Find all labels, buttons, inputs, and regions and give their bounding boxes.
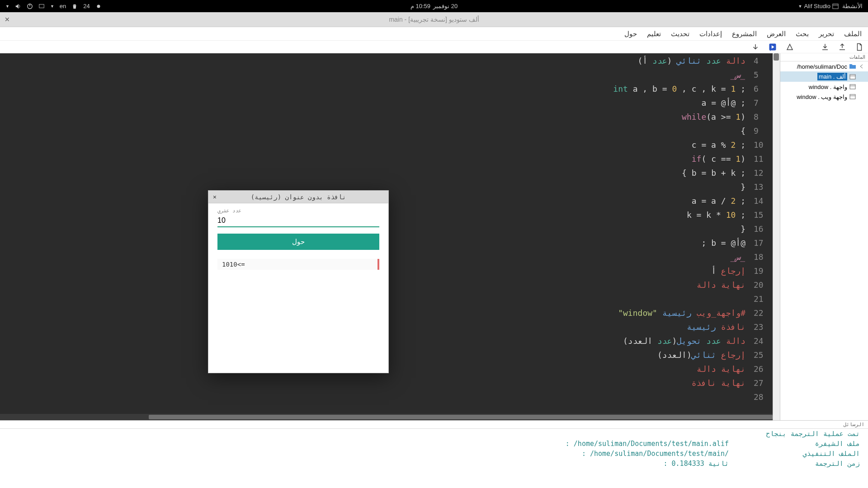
chevron-right-icon bbox=[858, 63, 865, 70]
message-row: زمن الترجمة: 0.184333 ثانية bbox=[0, 459, 868, 469]
window-file-icon bbox=[849, 83, 856, 90]
menu-file[interactable]: الملف bbox=[844, 30, 862, 38]
menu-update[interactable]: تحديث bbox=[671, 30, 689, 38]
current-app-indicator[interactable]: Alif Studio ▼ bbox=[798, 3, 839, 9]
menu-about[interactable]: حول bbox=[624, 30, 637, 38]
decimal-input[interactable] bbox=[217, 214, 379, 227]
chevron-down-icon: ▼ bbox=[50, 4, 54, 9]
chevron-down-icon: ▼ bbox=[5, 4, 9, 9]
file-tree-header: الملفات bbox=[780, 53, 868, 61]
new-file-icon[interactable] bbox=[855, 43, 863, 51]
code-editor[interactable]: 4567891011121314151617181920212223242526… bbox=[0, 53, 773, 420]
svg-rect-14 bbox=[850, 94, 855, 99]
download-icon[interactable] bbox=[821, 43, 829, 51]
result-output: 1010<= bbox=[217, 259, 379, 270]
svg-rect-10 bbox=[850, 75, 855, 79]
file-tree-item[interactable]: واجهة . window bbox=[780, 82, 868, 92]
close-icon[interactable]: ✕ bbox=[213, 193, 217, 200]
messages-header: الرسائل bbox=[0, 421, 868, 429]
temperature[interactable]: 24 bbox=[83, 3, 90, 9]
build-icon[interactable] bbox=[786, 43, 794, 51]
window-file-icon bbox=[849, 93, 856, 100]
weather-icon bbox=[95, 3, 102, 9]
app-window-icon bbox=[832, 3, 839, 9]
message-row: الملف التنفيذي: /home/suliman/Documents/… bbox=[0, 449, 868, 459]
file-tree-item[interactable]: واجهة ويب . window bbox=[780, 92, 868, 102]
clock[interactable]: 20 نوفمبر 10:59 م bbox=[410, 3, 458, 9]
file-tree-item[interactable]: ألف . main bbox=[780, 71, 868, 82]
menu-project[interactable]: المشروع bbox=[732, 30, 757, 38]
upload-icon[interactable] bbox=[838, 43, 846, 51]
chevron-down-icon: ▼ bbox=[798, 4, 802, 9]
editor-h-scrollbar[interactable] bbox=[0, 414, 773, 420]
menu-learn[interactable]: تعليم bbox=[647, 30, 661, 38]
input-label: عدد عشري bbox=[217, 208, 379, 214]
arrow-down-icon[interactable] bbox=[751, 43, 760, 51]
menu-view[interactable]: العرض bbox=[767, 30, 786, 38]
dialog-titlebar: ✕ (رئيسية) نافذة بدون عنوان bbox=[208, 191, 388, 203]
menu-edit[interactable]: تحرير bbox=[819, 30, 834, 38]
workspace: الملفات /home/suliman/Doc ألف . mainواجه… bbox=[0, 53, 868, 420]
app-dialog: ✕ (رئيسية) نافذة بدون عنوان عدد عشري حول… bbox=[208, 190, 389, 373]
menu-bar: الملف تحرير بحث العرض المشروع إعدادات تح… bbox=[0, 27, 868, 41]
folder-icon bbox=[849, 63, 856, 70]
screen-icon[interactable] bbox=[38, 3, 45, 9]
convert-button[interactable]: حول bbox=[217, 234, 379, 250]
svg-rect-12 bbox=[850, 84, 855, 89]
window-title: ألف ستوديو [نسخة تجريبية] - main bbox=[389, 16, 479, 23]
window-titlebar: ✕ ألف ستوديو [نسخة تجريبية] - main bbox=[0, 12, 868, 27]
file-tree: الملفات /home/suliman/Doc ألف . mainواجه… bbox=[780, 53, 868, 420]
close-icon[interactable]: ✕ bbox=[5, 16, 10, 23]
activities-label[interactable]: الأنشطة bbox=[842, 3, 863, 9]
toolbar bbox=[0, 41, 868, 53]
file-tree-root[interactable]: /home/suliman/Doc bbox=[780, 61, 868, 71]
svg-marker-2 bbox=[16, 4, 19, 9]
trash-icon[interactable] bbox=[71, 3, 78, 9]
volume-icon[interactable] bbox=[15, 3, 21, 9]
menu-settings[interactable]: إعدادات bbox=[699, 30, 722, 38]
window-file-icon bbox=[849, 73, 856, 80]
run-icon[interactable] bbox=[769, 43, 777, 51]
menu-search[interactable]: بحث bbox=[796, 30, 809, 38]
message-row: تمت عملية الترجمة بنجاح bbox=[0, 429, 868, 439]
message-row: ملف الشيفرة: /home/suliman/Documents/tes… bbox=[0, 439, 868, 449]
dialog-title: (رئيسية) نافذة بدون عنوان bbox=[251, 193, 346, 201]
sidebar-scrollbar[interactable] bbox=[773, 53, 780, 420]
svg-rect-6 bbox=[74, 4, 76, 5]
keyboard-lang[interactable]: en bbox=[60, 3, 66, 9]
svg-rect-5 bbox=[39, 4, 44, 8]
system-bar: الأنشطة Alif Studio ▼ 20 نوفمبر 10:59 م … bbox=[0, 0, 868, 12]
svg-rect-0 bbox=[833, 4, 838, 9]
messages-panel: الرسائل تمت عملية الترجمة بنجاحملف الشيف… bbox=[0, 420, 868, 488]
svg-point-7 bbox=[97, 5, 100, 8]
line-gutter: 4567891011121314151617181920212223242526… bbox=[745, 53, 773, 406]
power-icon[interactable] bbox=[27, 3, 33, 9]
